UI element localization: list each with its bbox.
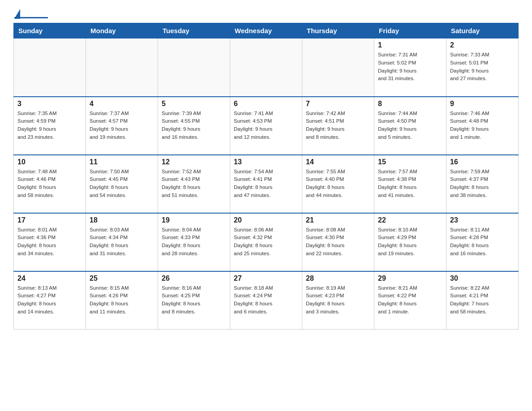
day-info: Sunrise: 7:31 AM Sunset: 5:02 PM Dayligh… (378, 51, 442, 83)
calendar-cell: 29Sunrise: 8:21 AM Sunset: 4:22 PM Dayli… (374, 271, 446, 330)
day-info: Sunrise: 8:18 AM Sunset: 4:24 PM Dayligh… (234, 284, 298, 316)
day-number: 3 (17, 100, 82, 108)
calendar-cell: 28Sunrise: 8:19 AM Sunset: 4:23 PM Dayli… (302, 271, 374, 330)
calendar-cell: 22Sunrise: 8:10 AM Sunset: 4:29 PM Dayli… (374, 213, 446, 271)
day-number: 8 (378, 100, 442, 108)
day-info: Sunrise: 8:19 AM Sunset: 4:23 PM Dayligh… (306, 284, 370, 316)
day-number: 23 (450, 216, 515, 224)
day-info: Sunrise: 7:41 AM Sunset: 4:53 PM Dayligh… (234, 110, 298, 141)
day-info: Sunrise: 8:13 AM Sunset: 4:27 PM Dayligh… (17, 284, 82, 316)
calendar-cell: 1Sunrise: 7:31 AM Sunset: 5:02 PM Daylig… (374, 39, 446, 97)
day-number: 29 (378, 274, 442, 283)
day-number: 4 (90, 100, 154, 108)
weekday-header-row: SundayMondayTuesdayWednesdayThursdayFrid… (14, 23, 519, 39)
day-info: Sunrise: 8:03 AM Sunset: 4:34 PM Dayligh… (90, 226, 154, 258)
page-header (13, 9, 519, 18)
calendar-cell: 10Sunrise: 7:48 AM Sunset: 4:46 PM Dayli… (14, 155, 86, 213)
day-info: Sunrise: 7:55 AM Sunset: 4:40 PM Dayligh… (306, 168, 370, 200)
day-number: 12 (162, 158, 226, 166)
day-info: Sunrise: 7:48 AM Sunset: 4:46 PM Dayligh… (17, 168, 82, 200)
calendar-cell (230, 39, 302, 97)
calendar-cell: 13Sunrise: 7:54 AM Sunset: 4:41 PM Dayli… (230, 155, 302, 213)
day-number: 13 (234, 158, 298, 166)
day-info: Sunrise: 8:15 AM Sunset: 4:26 PM Dayligh… (90, 284, 154, 316)
calendar-cell: 25Sunrise: 8:15 AM Sunset: 4:26 PM Dayli… (86, 271, 158, 330)
day-number: 27 (234, 274, 298, 283)
day-number: 7 (306, 100, 370, 108)
day-info: Sunrise: 7:33 AM Sunset: 5:01 PM Dayligh… (450, 51, 515, 83)
calendar-week-row: 3Sunrise: 7:35 AM Sunset: 4:59 PM Daylig… (14, 97, 519, 155)
day-info: Sunrise: 8:06 AM Sunset: 4:32 PM Dayligh… (234, 226, 298, 258)
day-number: 26 (162, 274, 226, 283)
calendar-week-row: 17Sunrise: 8:01 AM Sunset: 4:36 PM Dayli… (14, 213, 519, 271)
calendar-cell: 6Sunrise: 7:41 AM Sunset: 4:53 PM Daylig… (230, 97, 302, 155)
calendar-cell: 14Sunrise: 7:55 AM Sunset: 4:40 PM Dayli… (302, 155, 374, 213)
day-info: Sunrise: 7:46 AM Sunset: 4:48 PM Dayligh… (450, 110, 515, 141)
weekday-header-friday: Friday (374, 23, 446, 39)
weekday-header-thursday: Thursday (302, 23, 374, 39)
calendar-cell: 26Sunrise: 8:16 AM Sunset: 4:25 PM Dayli… (158, 271, 230, 330)
day-info: Sunrise: 7:42 AM Sunset: 4:51 PM Dayligh… (306, 110, 370, 141)
calendar-cell: 8Sunrise: 7:44 AM Sunset: 4:50 PM Daylig… (374, 97, 446, 155)
calendar-week-row: 1Sunrise: 7:31 AM Sunset: 5:02 PM Daylig… (14, 39, 519, 97)
calendar-cell: 20Sunrise: 8:06 AM Sunset: 4:32 PM Dayli… (230, 213, 302, 271)
calendar-table: SundayMondayTuesdayWednesdayThursdayFrid… (13, 23, 519, 330)
calendar-cell: 2Sunrise: 7:33 AM Sunset: 5:01 PM Daylig… (446, 39, 519, 97)
day-info: Sunrise: 8:11 AM Sunset: 4:28 PM Dayligh… (450, 226, 515, 258)
weekday-header-sunday: Sunday (14, 23, 86, 39)
calendar-cell: 30Sunrise: 8:22 AM Sunset: 4:21 PM Dayli… (446, 271, 519, 330)
day-number: 1 (378, 41, 442, 49)
day-info: Sunrise: 7:44 AM Sunset: 4:50 PM Dayligh… (378, 110, 442, 141)
calendar-cell: 17Sunrise: 8:01 AM Sunset: 4:36 PM Dayli… (14, 213, 86, 271)
day-number: 25 (90, 274, 154, 283)
day-info: Sunrise: 8:22 AM Sunset: 4:21 PM Dayligh… (450, 284, 515, 316)
day-info: Sunrise: 8:10 AM Sunset: 4:29 PM Dayligh… (378, 226, 442, 258)
day-number: 11 (90, 158, 154, 166)
day-info: Sunrise: 8:08 AM Sunset: 4:30 PM Dayligh… (306, 226, 370, 258)
day-info: Sunrise: 7:37 AM Sunset: 4:57 PM Dayligh… (90, 110, 154, 141)
calendar-cell: 19Sunrise: 8:04 AM Sunset: 4:33 PM Dayli… (158, 213, 230, 271)
day-number: 14 (306, 158, 370, 166)
day-info: Sunrise: 7:59 AM Sunset: 4:37 PM Dayligh… (450, 168, 515, 200)
calendar-cell: 9Sunrise: 7:46 AM Sunset: 4:48 PM Daylig… (446, 97, 519, 155)
weekday-header-monday: Monday (86, 23, 158, 39)
weekday-header-tuesday: Tuesday (158, 23, 230, 39)
day-number: 19 (162, 216, 226, 224)
day-number: 15 (378, 158, 442, 166)
day-info: Sunrise: 7:39 AM Sunset: 4:55 PM Dayligh… (162, 110, 226, 141)
day-number: 9 (450, 100, 515, 108)
calendar-cell: 24Sunrise: 8:13 AM Sunset: 4:27 PM Dayli… (14, 271, 86, 330)
calendar-week-row: 24Sunrise: 8:13 AM Sunset: 4:27 PM Dayli… (14, 271, 519, 330)
weekday-header-wednesday: Wednesday (230, 23, 302, 39)
day-info: Sunrise: 7:52 AM Sunset: 4:43 PM Dayligh… (162, 168, 226, 200)
day-info: Sunrise: 8:01 AM Sunset: 4:36 PM Dayligh… (17, 226, 82, 258)
day-number: 21 (306, 216, 370, 224)
day-info: Sunrise: 7:54 AM Sunset: 4:41 PM Dayligh… (234, 168, 298, 200)
day-number: 28 (306, 274, 370, 283)
calendar-cell: 12Sunrise: 7:52 AM Sunset: 4:43 PM Dayli… (158, 155, 230, 213)
calendar-cell: 5Sunrise: 7:39 AM Sunset: 4:55 PM Daylig… (158, 97, 230, 155)
calendar-cell: 18Sunrise: 8:03 AM Sunset: 4:34 PM Dayli… (86, 213, 158, 271)
day-info: Sunrise: 7:35 AM Sunset: 4:59 PM Dayligh… (17, 110, 82, 141)
day-number: 22 (378, 216, 442, 224)
day-info: Sunrise: 8:04 AM Sunset: 4:33 PM Dayligh… (162, 226, 226, 258)
day-number: 17 (17, 216, 82, 224)
calendar-cell: 21Sunrise: 8:08 AM Sunset: 4:30 PM Dayli… (302, 213, 374, 271)
day-number: 6 (234, 100, 298, 108)
day-number: 18 (90, 216, 154, 224)
day-info: Sunrise: 7:50 AM Sunset: 4:45 PM Dayligh… (90, 168, 154, 200)
calendar-cell: 4Sunrise: 7:37 AM Sunset: 4:57 PM Daylig… (86, 97, 158, 155)
calendar-cell (302, 39, 374, 97)
calendar-cell: 27Sunrise: 8:18 AM Sunset: 4:24 PM Dayli… (230, 271, 302, 330)
day-info: Sunrise: 7:57 AM Sunset: 4:38 PM Dayligh… (378, 168, 442, 200)
day-info: Sunrise: 8:16 AM Sunset: 4:25 PM Dayligh… (162, 284, 226, 316)
day-number: 20 (234, 216, 298, 224)
calendar-cell (158, 39, 230, 97)
calendar-cell: 7Sunrise: 7:42 AM Sunset: 4:51 PM Daylig… (302, 97, 374, 155)
day-number: 2 (450, 41, 515, 49)
logo (13, 9, 51, 18)
calendar-cell (14, 39, 86, 97)
day-number: 5 (162, 100, 226, 108)
calendar-week-row: 10Sunrise: 7:48 AM Sunset: 4:46 PM Dayli… (14, 155, 519, 213)
weekday-header-saturday: Saturday (446, 23, 519, 39)
